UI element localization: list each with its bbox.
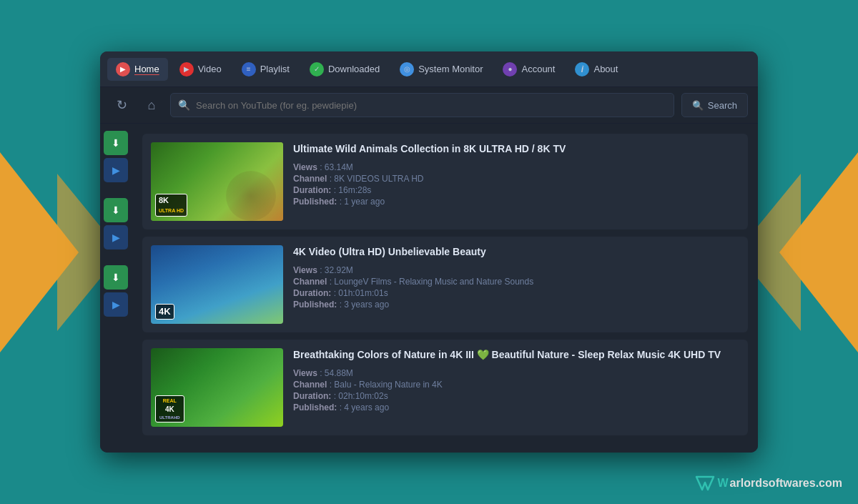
side-action-group-1: ⬇ ▶: [104, 131, 129, 182]
video-thumb-1: 8K ULTRA HD: [151, 142, 283, 221]
video-views-2: Views : 32.92M: [293, 265, 739, 275]
video-views-1: Views : 63.14M: [293, 162, 739, 172]
nav-playlist-label: Playlist: [260, 64, 290, 74]
play-button-3[interactable]: ▶: [104, 292, 128, 317]
video-meta-3: Views : 54.88M Channel : Balu - Relaxing…: [293, 368, 739, 412]
video-duration-2: Duration: : 01h:01m:01s: [293, 288, 739, 298]
video-published-2: Published: : 3 years ago: [293, 300, 739, 310]
watermark: Warlordsoftwares.com: [695, 475, 843, 491]
download-button-3[interactable]: ⬇: [104, 265, 128, 290]
playlist-nav-icon: ≡: [242, 62, 256, 76]
nav-downloaded-label: Downloaded: [328, 64, 380, 74]
nav-sysmon-label: System Monitor: [418, 64, 483, 74]
search-button[interactable]: 🔍 Search: [681, 93, 748, 117]
video-info-3: Breathtaking Colors of Nature in 4K III …: [293, 348, 739, 412]
video-channel-3: Channel : Balu - Relaxing Nature in 4K: [293, 380, 739, 390]
side-action-group-2: ⬇ ▶: [104, 198, 129, 249]
video-title-1: Ultimate Wild Animals Collection in 8K U…: [293, 142, 739, 155]
video-thumb-2: 4K: [151, 245, 283, 324]
nav-item-home[interactable]: ▶ Home: [107, 58, 168, 81]
video-list: 8K ULTRA HD Ultimate Wild Animals Collec…: [132, 124, 758, 453]
video-title-3: Breathtaking Colors of Nature in 4K III …: [293, 348, 739, 361]
video-badge-3: REAL 4K ULTRAHD: [155, 395, 184, 423]
video-nav-icon: ▶: [179, 62, 194, 76]
video-info-1: Ultimate Wild Animals Collection in 8K U…: [293, 142, 739, 207]
video-published-1: Published: : 1 year ago: [293, 197, 739, 207]
video-published-3: Published: : 4 years ago: [293, 402, 739, 412]
nav-home-label: Home: [134, 64, 159, 74]
toolbar: ↻ ⌂ 🔍 🔍 Search: [100, 87, 758, 124]
account-nav-icon: ●: [503, 62, 517, 76]
video-badge-1: 8K ULTRA HD: [155, 194, 187, 217]
svg-marker-0: [696, 477, 714, 490]
search-input[interactable]: [196, 100, 666, 111]
side-action-group-3: ⬇ ▶: [104, 265, 129, 317]
nav-item-downloaded[interactable]: ✓ Downloaded: [301, 58, 388, 81]
search-icon: 🔍: [178, 99, 190, 111]
search-btn-label: Search: [708, 100, 737, 111]
search-container: 🔍: [170, 93, 674, 117]
watermark-logo: [695, 475, 715, 491]
search-btn-icon: 🔍: [692, 100, 704, 111]
watermark-text: arlordsoftwares.com: [730, 477, 842, 490]
video-card-1: 8K ULTRA HD Ultimate Wild Animals Collec…: [142, 134, 748, 229]
video-thumb-3: REAL 4K ULTRAHD: [151, 348, 283, 427]
home-button[interactable]: ⌂: [140, 94, 163, 117]
play-button-2[interactable]: ▶: [104, 225, 128, 249]
refresh-button[interactable]: ↻: [110, 94, 133, 117]
video-title-2: 4K Video (Ultra HD) Unbelievable Beauty: [293, 245, 739, 258]
download-button-1[interactable]: ⬇: [104, 131, 128, 155]
video-meta-1: Views : 63.14M Channel : 8K VIDEOS ULTRA…: [293, 162, 739, 207]
home-nav-icon: ▶: [116, 62, 130, 76]
video-duration-1: Duration: : 16m:28s: [293, 185, 739, 195]
nav-about-label: About: [593, 64, 618, 74]
watermark-w: W: [718, 477, 729, 490]
video-duration-3: Duration: : 02h:10m:02s: [293, 391, 739, 401]
nav-item-playlist[interactable]: ≡ Playlist: [233, 58, 298, 81]
video-card-2: 4K 4K Video (Ultra HD) Unbelievable Beau…: [142, 237, 748, 332]
nav-video-label: Video: [198, 64, 222, 74]
video-card-3: REAL 4K ULTRAHD Breathtaking Colors of N…: [142, 340, 748, 435]
nav-item-about[interactable]: i About: [566, 58, 626, 81]
nav-item-sysmon[interactable]: ◎ System Monitor: [391, 58, 491, 81]
app-window: ▶ Home ▶ Video ≡ Playlist ✓ Downloaded ◎…: [100, 51, 758, 453]
video-info-2: 4K Video (Ultra HD) Unbelievable Beauty …: [293, 245, 739, 310]
video-badge-2: 4K: [155, 304, 174, 320]
nav-bar: ▶ Home ▶ Video ≡ Playlist ✓ Downloaded ◎…: [100, 51, 758, 87]
download-button-2[interactable]: ⬇: [104, 198, 128, 222]
content-area: ⬇ ▶ ⬇ ▶ ⬇ ▶: [100, 124, 758, 453]
nav-item-video[interactable]: ▶ Video: [171, 58, 230, 81]
downloaded-nav-icon: ✓: [310, 62, 324, 76]
video-views-3: Views : 54.88M: [293, 368, 739, 378]
about-nav-icon: i: [575, 62, 589, 76]
video-channel-2: Channel : LoungeV Films - Relaxing Music…: [293, 277, 739, 287]
nav-account-label: Account: [521, 64, 555, 74]
play-button-1[interactable]: ▶: [104, 158, 128, 182]
video-channel-1: Channel : 8K VIDEOS ULTRA HD: [293, 174, 739, 184]
side-actions: ⬇ ▶ ⬇ ▶ ⬇ ▶: [100, 124, 132, 453]
nav-item-account[interactable]: ● Account: [494, 58, 563, 81]
video-meta-2: Views : 32.92M Channel : LoungeV Films -…: [293, 265, 739, 310]
sysmon-nav-icon: ◎: [400, 62, 414, 76]
